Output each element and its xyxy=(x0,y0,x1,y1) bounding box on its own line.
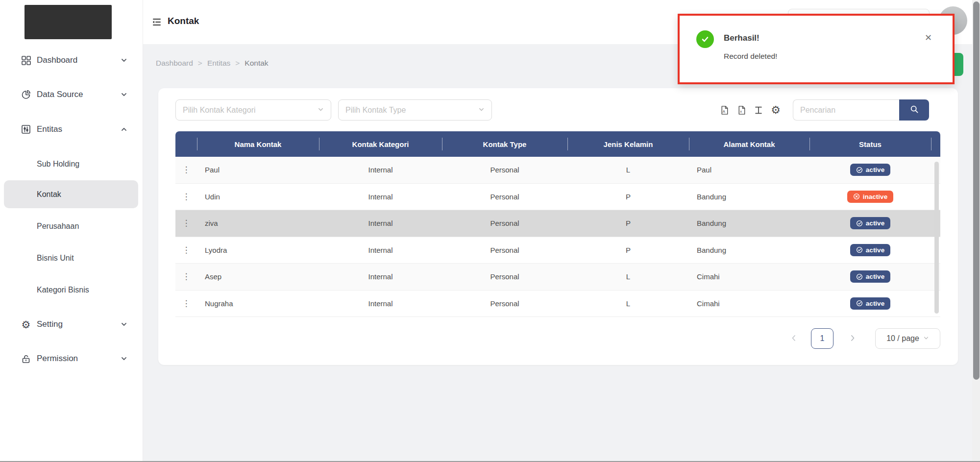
cell-alamat: Cimahi xyxy=(689,291,809,317)
prev-page-button[interactable] xyxy=(789,334,799,343)
sidebar-item-dashboard[interactable]: Dashboard xyxy=(0,49,143,71)
menu-fold-icon[interactable] xyxy=(151,16,163,28)
sidebar-item-label: Dashboard xyxy=(37,55,77,65)
sidebar-item-label: Data Source xyxy=(37,90,83,99)
table-row[interactable]: ⋮ Asep Internal Personal L Cimahi active xyxy=(175,264,940,291)
x-circle-icon xyxy=(853,193,860,200)
scrollbar-thumb[interactable] xyxy=(973,1,980,380)
cell-type: Personal xyxy=(442,157,567,183)
table-settings-gear-icon[interactable]: ⚙ xyxy=(770,105,781,116)
row-actions-menu[interactable]: ⋮ xyxy=(175,184,197,210)
chevron-up-icon xyxy=(121,126,127,133)
search-icon xyxy=(909,104,919,116)
sidebar-item-setting[interactable]: ⚙ Setting xyxy=(0,314,143,335)
row-actions-menu[interactable]: ⋮ xyxy=(175,291,197,317)
row-actions-menu[interactable]: ⋮ xyxy=(175,264,197,290)
row-actions-menu[interactable]: ⋮ xyxy=(175,210,197,237)
cell-alamat: Cimahi xyxy=(689,264,809,290)
unlock-icon xyxy=(21,353,31,364)
kontak-type-select[interactable]: Pilih Kontak Type xyxy=(338,99,492,121)
cell-jenis-kelamin: L xyxy=(567,264,689,290)
status-badge: active xyxy=(850,217,890,229)
svg-text:x: x xyxy=(740,109,742,114)
cell-nama: Udin xyxy=(197,184,319,210)
cell-kategori: Internal xyxy=(319,291,442,317)
cell-jenis-kelamin: P xyxy=(567,237,689,264)
table-header-row: Nama Kontak Kontak Kategori Kontak Type … xyxy=(175,131,940,157)
page-size-select[interactable]: 10 / page xyxy=(875,328,940,349)
select-placeholder: Pilih Kontak Type xyxy=(345,106,474,115)
sidebar-item-sub-holding[interactable]: Sub Holding xyxy=(4,153,138,175)
cell-status: active xyxy=(809,264,931,290)
success-toast: Berhasil! Record deleted! ✕ xyxy=(678,14,955,84)
kebab-icon: ⋮ xyxy=(182,272,191,281)
sidebar-item-kategori-bisnis[interactable]: Kategori Bisnis xyxy=(4,279,138,301)
sidebar-item-entitas[interactable]: Entitas xyxy=(0,119,143,140)
next-page-button[interactable] xyxy=(848,334,858,343)
app-logo xyxy=(24,5,112,39)
sidebar-item-data-source[interactable]: Data Source xyxy=(0,84,143,105)
breadcrumb-separator: > xyxy=(198,59,202,68)
cell-status: inactive xyxy=(809,184,931,210)
cell-type: Personal xyxy=(442,264,567,290)
kebab-icon: ⋮ xyxy=(182,193,191,201)
breadcrumb-item-dashboard[interactable]: Dashboard xyxy=(156,59,193,68)
row-actions-menu[interactable]: ⋮ xyxy=(175,157,197,183)
check-circle-icon xyxy=(856,167,863,173)
select-placeholder: Pilih Kontak Kategori xyxy=(183,106,314,115)
sub-item-label: Sub Holding xyxy=(37,160,79,169)
column-height-icon[interactable] xyxy=(753,105,764,116)
sidebar-item-bisnis-unit[interactable]: Bisnis Unit xyxy=(4,247,138,269)
check-circle-icon xyxy=(856,220,863,227)
table-row[interactable]: ⋮ Nugraha Internal Personal L Cimahi act… xyxy=(175,291,940,317)
cell-type: Personal xyxy=(442,184,567,210)
close-icon[interactable]: ✕ xyxy=(925,32,932,43)
breadcrumb-item-kontak[interactable]: Kontak xyxy=(245,59,268,68)
cell-kategori: Internal xyxy=(319,264,442,290)
toast-message: Record deleted! xyxy=(724,52,777,61)
current-page-button[interactable]: 1 xyxy=(811,328,833,349)
page-scrollbar[interactable] xyxy=(972,0,980,462)
sidebar-item-label: Permission xyxy=(37,354,78,364)
cell-status: active xyxy=(809,157,931,183)
pie-chart-icon xyxy=(21,89,31,100)
sub-item-label: Bisnis Unit xyxy=(37,254,74,263)
kebab-icon: ⋮ xyxy=(182,166,191,174)
sidebar-item-permission[interactable]: Permission xyxy=(0,348,143,369)
search-button[interactable] xyxy=(899,99,929,121)
cell-alamat: Bandung xyxy=(689,237,809,264)
table-row[interactable]: ⋮ Paul Internal Personal L Paul active xyxy=(175,157,940,184)
table-scrollbar[interactable] xyxy=(934,162,939,314)
cell-type: Personal xyxy=(442,210,567,237)
sidebar-item-perusahaan[interactable]: Perusahaan xyxy=(4,216,138,237)
sidebar-item-kontak[interactable]: Kontak xyxy=(4,180,138,208)
page-size-value: 10 / page xyxy=(886,334,919,343)
export-excel-icon[interactable]: x xyxy=(736,105,747,116)
table-row-selected[interactable]: ⋮ ziva Internal Personal P Bandung activ… xyxy=(175,210,940,237)
column-header: Kontak Kategori xyxy=(319,131,442,157)
control-icon xyxy=(21,124,31,135)
sub-item-label: Kontak xyxy=(37,190,61,199)
cell-kategori: Internal xyxy=(319,237,442,264)
cell-nama: Paul xyxy=(197,157,319,183)
cell-nama: Nugraha xyxy=(197,291,319,317)
column-header: Jenis Kelamin xyxy=(567,131,689,157)
cell-kategori: Internal xyxy=(319,157,442,183)
content-card: Pilih Kontak Kategori Pilih Kontak Type … xyxy=(158,88,958,365)
table-row[interactable]: ⋮ Udin Internal Personal P Bandung inact… xyxy=(175,184,940,211)
table-row[interactable]: ⋮ Lyodra Internal Personal P Bandung act… xyxy=(175,237,940,264)
breadcrumb-item-entitas[interactable]: Entitas xyxy=(207,59,230,68)
page-title: Kontak xyxy=(168,16,199,26)
search-input[interactable] xyxy=(793,99,899,121)
export-pdf-icon[interactable]: A xyxy=(719,105,730,116)
cell-nama: ziva xyxy=(197,210,319,237)
toast-title: Berhasil! xyxy=(724,33,760,43)
sub-item-label: Kategori Bisnis xyxy=(37,286,89,294)
cell-jenis-kelamin: L xyxy=(567,291,689,317)
appstore-icon xyxy=(21,55,31,66)
search-group xyxy=(793,99,929,121)
chevron-down-icon xyxy=(318,106,324,115)
svg-text:A: A xyxy=(722,109,725,114)
row-actions-menu[interactable]: ⋮ xyxy=(175,237,197,264)
kontak-kategori-select[interactable]: Pilih Kontak Kategori xyxy=(175,99,331,121)
